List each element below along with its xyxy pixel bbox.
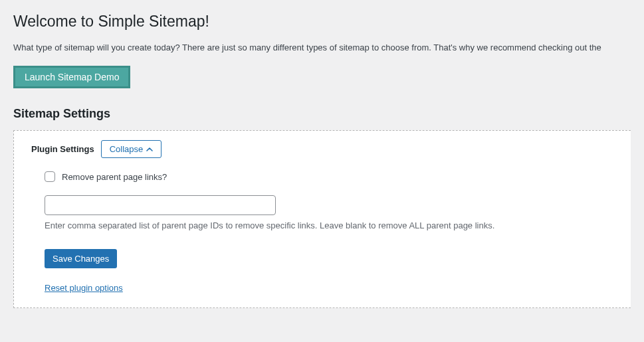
parent-page-ids-input[interactable] xyxy=(45,195,276,215)
intro-text: What type of sitemap will you create tod… xyxy=(13,43,631,52)
collapse-label: Collapse xyxy=(110,144,144,154)
remove-parent-links-checkbox[interactable] xyxy=(45,171,55,182)
input-help-text: Enter comma separated list of parent pag… xyxy=(45,220,613,230)
panel-header: Plugin Settings Collapse xyxy=(31,140,613,158)
checkbox-row: Remove parent page links? xyxy=(45,171,613,182)
checkbox-label: Remove parent page links? xyxy=(62,172,167,182)
panel-title: Plugin Settings xyxy=(31,144,94,154)
launch-sitemap-demo-button[interactable]: Launch Sitemap Demo xyxy=(13,66,130,88)
page-title: Welcome to Simple Sitemap! xyxy=(13,7,631,43)
chevron-up-icon xyxy=(146,146,153,153)
plugin-settings-panel: Plugin Settings Collapse Remove parent p… xyxy=(13,130,631,308)
collapse-button[interactable]: Collapse xyxy=(101,140,162,158)
settings-heading: Sitemap Settings xyxy=(13,107,631,121)
save-changes-button[interactable]: Save Changes xyxy=(45,249,117,268)
reset-plugin-options-link[interactable]: Reset plugin options xyxy=(45,283,123,293)
